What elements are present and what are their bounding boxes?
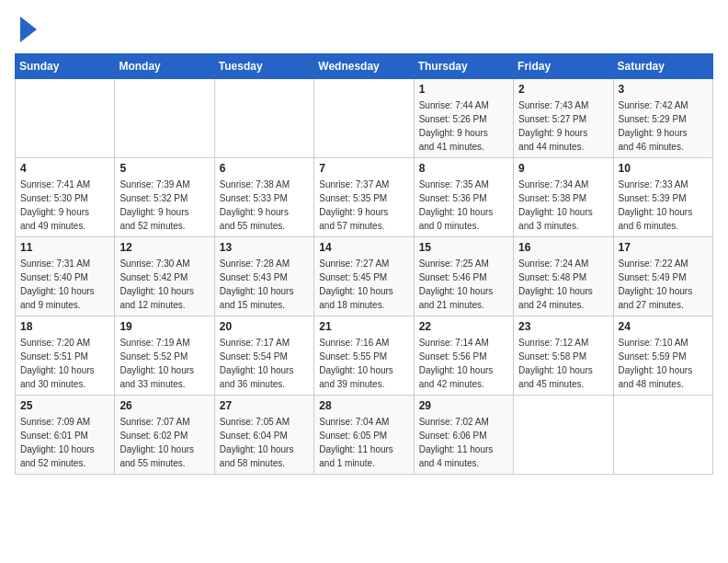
day-info: Sunrise: 7:22 AM Sunset: 5:49 PM Dayligh…	[619, 257, 708, 312]
day-number: 18	[20, 320, 109, 333]
calendar-cell: 16Sunrise: 7:24 AM Sunset: 5:48 PM Dayli…	[514, 237, 613, 316]
day-info: Sunrise: 7:44 AM Sunset: 5:26 PM Dayligh…	[419, 98, 508, 154]
day-info: Sunrise: 7:43 AM Sunset: 5:27 PM Dayligh…	[518, 98, 608, 154]
day-number: 16	[518, 241, 608, 254]
day-header-friday: Friday	[514, 54, 613, 79]
day-info: Sunrise: 7:19 AM Sunset: 5:52 PM Dayligh…	[119, 336, 209, 391]
week-row-4: 18Sunrise: 7:20 AM Sunset: 5:51 PM Dayli…	[16, 316, 713, 396]
calendar-cell: 4Sunrise: 7:41 AM Sunset: 5:30 PM Daylig…	[16, 158, 115, 237]
day-info: Sunrise: 7:27 AM Sunset: 5:45 PM Dayligh…	[319, 257, 408, 312]
day-header-tuesday: Tuesday	[214, 54, 313, 79]
calendar-cell: 6Sunrise: 7:38 AM Sunset: 5:33 PM Daylig…	[214, 158, 313, 237]
calendar-cell: 18Sunrise: 7:20 AM Sunset: 5:51 PM Dayli…	[16, 316, 115, 396]
day-info: Sunrise: 7:28 AM Sunset: 5:43 PM Dayligh…	[220, 257, 309, 312]
day-number: 2	[518, 83, 608, 96]
day-info: Sunrise: 7:12 AM Sunset: 5:58 PM Dayligh…	[518, 336, 608, 391]
day-number: 23	[518, 320, 608, 333]
calendar-cell: 24Sunrise: 7:10 AM Sunset: 5:59 PM Dayli…	[613, 316, 712, 396]
day-number: 22	[419, 320, 508, 333]
day-info: Sunrise: 7:04 AM Sunset: 6:05 PM Dayligh…	[319, 415, 408, 470]
day-number: 29	[419, 399, 508, 412]
calendar-cell	[214, 79, 313, 158]
calendar-cell: 10Sunrise: 7:33 AM Sunset: 5:39 PM Dayli…	[613, 158, 712, 237]
day-info: Sunrise: 7:09 AM Sunset: 6:01 PM Dayligh…	[20, 415, 109, 470]
calendar-cell: 17Sunrise: 7:22 AM Sunset: 5:49 PM Dayli…	[613, 237, 712, 316]
day-number: 26	[119, 399, 209, 412]
calendar-cell: 2Sunrise: 7:43 AM Sunset: 5:27 PM Daylig…	[514, 79, 613, 158]
day-info: Sunrise: 7:07 AM Sunset: 6:02 PM Dayligh…	[119, 415, 209, 470]
day-header-sunday: Sunday	[16, 54, 115, 79]
day-number: 27	[220, 399, 309, 412]
day-number: 9	[518, 162, 608, 175]
day-info: Sunrise: 7:35 AM Sunset: 5:36 PM Dayligh…	[419, 178, 508, 233]
days-header-row: SundayMondayTuesdayWednesdayThursdayFrid…	[16, 54, 713, 79]
day-number: 15	[419, 241, 508, 254]
calendar-cell: 20Sunrise: 7:17 AM Sunset: 5:54 PM Dayli…	[214, 316, 313, 396]
day-number: 6	[220, 162, 309, 175]
calendar-cell: 28Sunrise: 7:04 AM Sunset: 6:05 PM Dayli…	[314, 396, 414, 475]
day-number: 3	[619, 83, 708, 96]
day-number: 14	[319, 241, 408, 254]
day-number: 11	[20, 241, 109, 254]
calendar-cell: 1Sunrise: 7:44 AM Sunset: 5:26 PM Daylig…	[414, 79, 513, 158]
week-row-1: 1Sunrise: 7:44 AM Sunset: 5:26 PM Daylig…	[16, 79, 713, 158]
day-info: Sunrise: 7:33 AM Sunset: 5:39 PM Dayligh…	[619, 178, 708, 233]
day-number: 28	[319, 399, 408, 412]
day-number: 1	[419, 83, 508, 96]
day-info: Sunrise: 7:17 AM Sunset: 5:54 PM Dayligh…	[220, 336, 309, 391]
day-number: 21	[319, 320, 408, 333]
calendar-cell: 23Sunrise: 7:12 AM Sunset: 5:58 PM Dayli…	[514, 316, 613, 396]
calendar-cell: 12Sunrise: 7:30 AM Sunset: 5:42 PM Dayli…	[115, 237, 214, 316]
calendar-table: SundayMondayTuesdayWednesdayThursdayFrid…	[15, 53, 713, 475]
calendar-cell	[613, 396, 712, 475]
calendar-cell	[314, 79, 414, 158]
calendar-cell: 11Sunrise: 7:31 AM Sunset: 5:40 PM Dayli…	[16, 237, 115, 316]
calendar-cell	[16, 79, 115, 158]
calendar-cell: 27Sunrise: 7:05 AM Sunset: 6:04 PM Dayli…	[214, 396, 313, 475]
day-info: Sunrise: 7:34 AM Sunset: 5:38 PM Dayligh…	[518, 178, 608, 233]
calendar-cell: 29Sunrise: 7:02 AM Sunset: 6:06 PM Dayli…	[414, 396, 513, 475]
day-header-thursday: Thursday	[414, 54, 513, 79]
day-number: 4	[20, 162, 109, 175]
day-header-saturday: Saturday	[613, 54, 712, 79]
calendar-cell: 15Sunrise: 7:25 AM Sunset: 5:46 PM Dayli…	[414, 237, 513, 316]
calendar-cell: 26Sunrise: 7:07 AM Sunset: 6:02 PM Dayli…	[115, 396, 214, 475]
day-header-monday: Monday	[115, 54, 214, 79]
day-number: 13	[220, 241, 309, 254]
logo	[15, 15, 37, 42]
day-info: Sunrise: 7:25 AM Sunset: 5:46 PM Dayligh…	[419, 257, 508, 312]
day-info: Sunrise: 7:31 AM Sunset: 5:40 PM Dayligh…	[20, 257, 109, 312]
day-number: 8	[419, 162, 508, 175]
week-row-5: 25Sunrise: 7:09 AM Sunset: 6:01 PM Dayli…	[16, 396, 713, 475]
calendar-cell	[115, 79, 214, 158]
day-info: Sunrise: 7:02 AM Sunset: 6:06 PM Dayligh…	[419, 415, 508, 470]
calendar-cell: 22Sunrise: 7:14 AM Sunset: 5:56 PM Dayli…	[414, 316, 513, 396]
day-info: Sunrise: 7:41 AM Sunset: 5:30 PM Dayligh…	[20, 178, 109, 233]
day-info: Sunrise: 7:37 AM Sunset: 5:35 PM Dayligh…	[319, 178, 408, 233]
day-number: 10	[619, 162, 708, 175]
page-header	[15, 15, 713, 42]
day-info: Sunrise: 7:30 AM Sunset: 5:42 PM Dayligh…	[119, 257, 209, 312]
day-info: Sunrise: 7:14 AM Sunset: 5:56 PM Dayligh…	[419, 336, 508, 391]
day-number: 17	[619, 241, 708, 254]
calendar-cell: 3Sunrise: 7:42 AM Sunset: 5:29 PM Daylig…	[613, 79, 712, 158]
day-number: 5	[119, 162, 209, 175]
calendar-cell: 13Sunrise: 7:28 AM Sunset: 5:43 PM Dayli…	[214, 237, 313, 316]
day-info: Sunrise: 7:16 AM Sunset: 5:55 PM Dayligh…	[319, 336, 408, 391]
calendar-cell: 25Sunrise: 7:09 AM Sunset: 6:01 PM Dayli…	[16, 396, 115, 475]
day-info: Sunrise: 7:05 AM Sunset: 6:04 PM Dayligh…	[220, 415, 309, 470]
calendar-cell: 8Sunrise: 7:35 AM Sunset: 5:36 PM Daylig…	[414, 158, 513, 237]
calendar-cell: 19Sunrise: 7:19 AM Sunset: 5:52 PM Dayli…	[115, 316, 214, 396]
calendar-cell	[514, 396, 613, 475]
day-number: 25	[20, 399, 109, 412]
day-number: 19	[119, 320, 209, 333]
day-header-wednesday: Wednesday	[314, 54, 414, 79]
day-number: 12	[119, 241, 209, 254]
day-info: Sunrise: 7:39 AM Sunset: 5:32 PM Dayligh…	[119, 178, 209, 233]
day-info: Sunrise: 7:42 AM Sunset: 5:29 PM Dayligh…	[619, 98, 708, 154]
day-number: 24	[619, 320, 708, 333]
week-row-3: 11Sunrise: 7:31 AM Sunset: 5:40 PM Dayli…	[16, 237, 713, 316]
calendar-cell: 7Sunrise: 7:37 AM Sunset: 5:35 PM Daylig…	[314, 158, 414, 237]
day-info: Sunrise: 7:20 AM Sunset: 5:51 PM Dayligh…	[20, 336, 109, 391]
calendar-cell: 9Sunrise: 7:34 AM Sunset: 5:38 PM Daylig…	[514, 158, 613, 237]
